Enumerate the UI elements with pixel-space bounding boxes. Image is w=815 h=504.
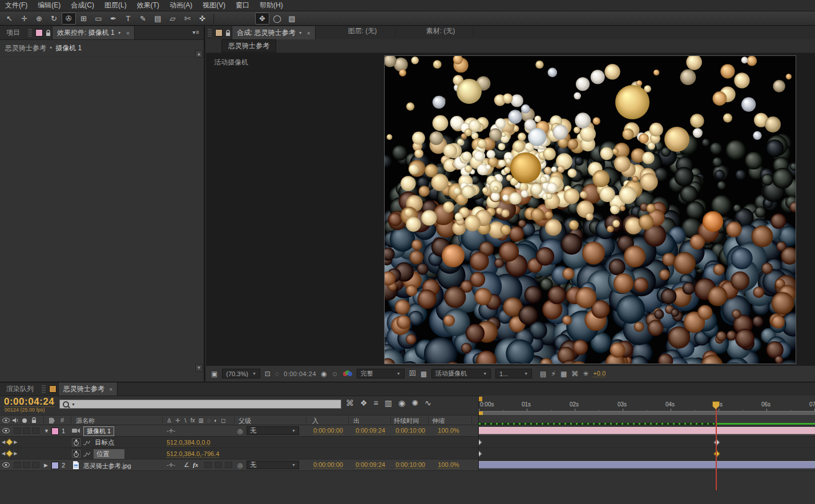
eraser-tool-icon[interactable]: ▱ (166, 13, 180, 25)
keyframe-navigator[interactable]: ◀ ▶ (2, 451, 17, 456)
menu-item-2[interactable]: 合成(C) (66, 0, 99, 11)
exposure-value[interactable]: +0.0 (593, 370, 606, 377)
world-axis-mode-icon[interactable]: ◯ (270, 13, 284, 25)
draft-3d-icon[interactable]: ❖ (360, 398, 368, 408)
fx-column-icon[interactable]: fx (191, 417, 195, 424)
magnification-dropdown[interactable]: (70.3%) ▼ (222, 369, 260, 378)
expand-triangle-icon[interactable]: ▼ (44, 428, 49, 434)
adjustment-column-icon[interactable]: ◐ (214, 417, 217, 424)
resolution-dropdown[interactable]: 完整 ▼ (357, 369, 405, 378)
keyframe-diamond[interactable] (478, 439, 482, 445)
expand-triangle-icon[interactable]: ▶ (44, 462, 48, 468)
motion-blur-toggle[interactable] (215, 462, 222, 468)
index-column-header[interactable]: # (60, 417, 64, 424)
timeline-button-icon[interactable]: ▦ (560, 370, 567, 378)
layer-track[interactable] (478, 459, 815, 471)
graph-toggle-icon[interactable] (83, 440, 90, 445)
stretch-column-header[interactable]: 伸缩 (432, 417, 445, 425)
layer-duration-bar[interactable] (479, 427, 815, 434)
layer-out-time[interactable]: 0:00:09:24 (356, 427, 385, 434)
property-track[interactable] (478, 448, 815, 459)
brush-tool-icon[interactable]: ✎ (136, 13, 150, 25)
viewer-timecode[interactable]: 0:00:04:24 (284, 370, 316, 377)
layer-in-time[interactable]: 0:00:00:00 (313, 461, 343, 469)
transparency-grid-icon[interactable]: ▩ (421, 370, 427, 378)
layer-label-swatch[interactable] (51, 428, 59, 435)
timeline-search-field[interactable]: ▼ (59, 400, 341, 409)
tab-effect-controls[interactable]: 效果控件: 摄像机 1 ▼ × (52, 26, 135, 39)
breadcrumb-comp-name[interactable]: 恶灵骑士参考 (5, 44, 46, 52)
region-of-interest-icon[interactable]: ◌ (275, 370, 279, 378)
tab-render-queue[interactable]: 渲染队列 (0, 382, 40, 396)
out-column-header[interactable]: 出 (353, 417, 360, 425)
graph-toggle-icon[interactable] (83, 451, 90, 457)
solo-column-icon[interactable] (22, 418, 27, 423)
close-icon[interactable]: × (126, 30, 130, 37)
comp-mini-flowchart-icon[interactable]: ⌘ (346, 398, 354, 408)
collapse-switch-icon[interactable]: -✛- (167, 428, 175, 434)
duration-column-header[interactable]: 持续时间 (394, 417, 419, 425)
puppet-pin-tool-icon[interactable]: ✜ (195, 13, 209, 25)
frame-blend-icon[interactable]: ▥ (385, 398, 392, 408)
audio-toggle[interactable] (14, 462, 21, 468)
layer-source-name[interactable]: 恶灵骑士参考.jpg (83, 462, 131, 470)
view-axis-mode-icon[interactable]: ▧ (285, 13, 299, 25)
chevron-down-icon[interactable]: ▼ (71, 402, 75, 406)
menu-item-0[interactable]: 文件(F) (0, 0, 33, 11)
eye-icon[interactable] (2, 462, 10, 467)
safe-zones-icon[interactable]: ⊡ (265, 370, 271, 378)
selection-tool-icon[interactable]: ↖ (2, 13, 17, 25)
tab-layer[interactable]: 图层: (无) (317, 26, 408, 36)
frame-blend-toggle[interactable] (204, 462, 212, 468)
camera-tool-icon[interactable]: ✇ (62, 13, 76, 25)
layer-duration[interactable]: 0:00:10:00 (396, 427, 425, 434)
eye-column-icon[interactable] (2, 418, 10, 423)
show-channels-icon[interactable] (343, 370, 352, 377)
menu-item-7[interactable]: 窗口 (231, 0, 255, 11)
solo-toggle[interactable] (23, 462, 30, 468)
brainstorm-icon[interactable]: ✺ (411, 398, 418, 408)
work-area-bar[interactable] (479, 411, 815, 415)
menu-item-6[interactable]: 视图(V) (197, 0, 231, 11)
shy-column-icon[interactable]: ♙ (167, 417, 172, 424)
fx-switch-icon[interactable]: fx (193, 461, 198, 468)
tab-project[interactable]: 项目 (0, 26, 26, 39)
current-timecode[interactable]: 0:00:04:24 (4, 397, 54, 407)
eye-icon[interactable] (2, 428, 10, 433)
parent-dropdown[interactable]: 无 ▼ (247, 461, 299, 469)
hand-tool-icon[interactable]: ✛ (17, 13, 31, 25)
motion-blur-icon[interactable]: ◉ (398, 398, 405, 408)
frame-blend-column-icon[interactable]: ▥ (199, 417, 204, 424)
type-tool-icon[interactable]: T (121, 13, 135, 25)
snapshot-icon[interactable]: ◉ (321, 370, 326, 378)
add-keyframe-icon[interactable] (6, 438, 13, 446)
label-column-icon[interactable] (49, 418, 55, 424)
previous-keyframe-icon[interactable]: ◀ (2, 440, 5, 445)
property-name[interactable]: 位置 (94, 449, 124, 459)
menu-item-5[interactable]: 动画(A) (164, 0, 197, 11)
keyframe-diamond[interactable] (713, 439, 720, 445)
tab-timeline-comp[interactable]: 恶灵骑士参考 × (58, 382, 118, 396)
keyframe-diamond[interactable] (713, 450, 720, 457)
collapse-switch-icon[interactable]: -✛- (167, 462, 175, 468)
next-keyframe-icon[interactable]: ▶ (14, 451, 17, 456)
layer-stretch[interactable]: 100.0% (438, 461, 459, 469)
chevron-down-icon[interactable]: ▼ (298, 31, 302, 35)
table-row-property-poi[interactable]: ◀ ▶ 目标点 512.0,384.0,0.0 (0, 437, 815, 448)
property-value[interactable]: 512.0,384.0,-796.4 (167, 450, 219, 458)
in-column-header[interactable]: 入 (312, 417, 318, 425)
solo-toggle[interactable] (23, 428, 30, 434)
comp-marker-bin[interactable] (479, 397, 482, 401)
table-row-layer-2[interactable]: ▶ 2 恶灵骑士参考.jpg -✛- ∠ fx ◎ 无 (0, 459, 815, 471)
layer-in-time[interactable]: 0:00:00:00 (313, 427, 343, 434)
layer-duration-bar[interactable] (479, 461, 815, 469)
tab-composition[interactable]: 合成: 恶灵骑士参考 ▼ × (232, 26, 316, 39)
keyframe-navigator[interactable]: ◀ ▶ (2, 440, 17, 445)
view-layout-dropdown[interactable]: 1... ▼ (495, 369, 532, 378)
breadcrumb-layer-name[interactable]: 摄像机 1 (55, 44, 82, 52)
previous-keyframe-icon[interactable]: ◀ (2, 451, 5, 456)
reset-exposure-icon[interactable]: ✳ (583, 370, 588, 378)
rotation-tool-icon[interactable]: ↻ (47, 13, 61, 25)
audio-toggle[interactable] (14, 428, 21, 434)
panel-gripper[interactable] (208, 29, 212, 37)
